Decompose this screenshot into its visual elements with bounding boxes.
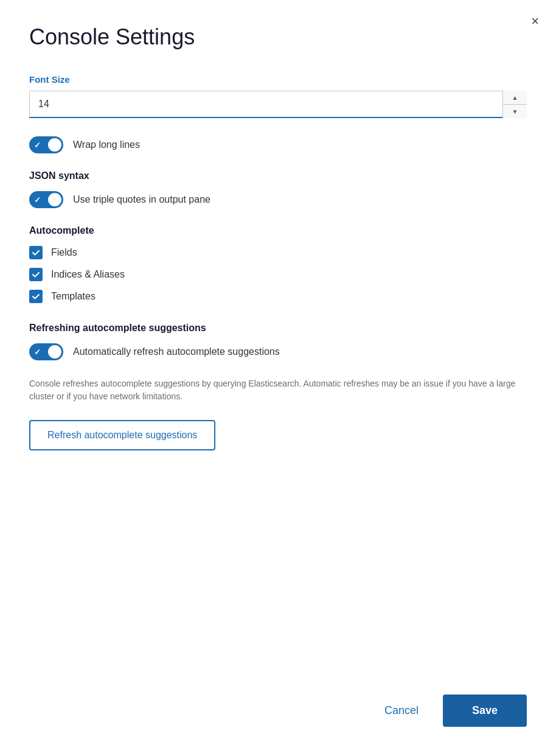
wrap-long-lines-row: ✓ Wrap long lines (29, 136, 527, 153)
indices-label: Indices & Aliases (51, 269, 125, 280)
save-button[interactable]: Save (443, 695, 527, 727)
wrap-long-lines-label: Wrap long lines (73, 139, 140, 150)
fields-checkbox-row[interactable]: Fields (29, 246, 527, 259)
toggle-checkmark-icon: ✓ (34, 141, 41, 150)
toggle-checkmark-icon-2: ✓ (34, 195, 41, 205)
autocomplete-checkbox-group: Fields Indices & Aliases Templates (29, 246, 527, 303)
font-size-label: Font Size (29, 74, 527, 85)
templates-checkbox-row[interactable]: Templates (29, 290, 527, 303)
json-syntax-title: JSON syntax (29, 170, 527, 181)
dialog-footer: Cancel Save (29, 670, 527, 727)
font-size-increment-button[interactable]: ▲ (503, 91, 527, 105)
refresh-section-title: Refreshing autocomplete suggestions (29, 323, 527, 334)
triple-quotes-toggle[interactable]: ✓ (29, 191, 63, 208)
templates-checkbox[interactable] (29, 290, 43, 303)
indices-checkbox-row[interactable]: Indices & Aliases (29, 268, 527, 281)
toggle-checkmark-icon-3: ✓ (34, 348, 41, 357)
wrap-long-lines-toggle[interactable]: ✓ (29, 136, 63, 153)
auto-refresh-toggle[interactable]: ✓ (29, 343, 63, 360)
dialog-title: Console Settings (29, 24, 527, 50)
indices-checkmark-icon (32, 270, 40, 279)
cancel-button[interactable]: Cancel (375, 697, 428, 724)
toggle-thumb-2 (48, 193, 61, 206)
triple-quotes-label: Use triple quotes in output pane (73, 194, 210, 205)
close-icon: × (531, 15, 539, 28)
font-size-input-wrapper: ▲ ▼ (29, 91, 527, 118)
triple-quotes-row: ✓ Use triple quotes in output pane (29, 191, 527, 208)
autocomplete-section: Autocomplete Fields Indices & Aliases (29, 225, 527, 323)
refresh-helper-text: Console refreshes autocomplete suggestio… (29, 377, 527, 403)
close-button[interactable]: × (529, 12, 541, 30)
fields-label: Fields (51, 247, 77, 258)
auto-refresh-label: Automatically refresh autocomplete sugge… (73, 346, 280, 357)
toggle-thumb (48, 138, 61, 152)
toggle-thumb-3 (48, 345, 61, 359)
font-size-input[interactable] (29, 91, 527, 118)
fields-checkmark-icon (32, 248, 40, 257)
font-size-section: Font Size ▲ ▼ (29, 74, 527, 136)
indices-checkbox[interactable] (29, 268, 43, 281)
json-syntax-section: JSON syntax ✓ Use triple quotes in outpu… (29, 170, 527, 225)
refresh-suggestions-button[interactable]: Refresh autocomplete suggestions (29, 420, 215, 450)
templates-checkmark-icon (32, 292, 40, 301)
font-size-decrement-button[interactable]: ▼ (503, 105, 527, 118)
fields-checkbox[interactable] (29, 246, 43, 259)
font-size-spinner: ▲ ▼ (502, 91, 527, 118)
auto-refresh-row: ✓ Automatically refresh autocomplete sug… (29, 343, 527, 360)
autocomplete-title: Autocomplete (29, 225, 527, 236)
refresh-section: Refreshing autocomplete suggestions ✓ Au… (29, 323, 527, 450)
console-settings-dialog: × Console Settings Font Size ▲ ▼ ✓ Wrap … (0, 0, 556, 756)
templates-label: Templates (51, 291, 96, 302)
